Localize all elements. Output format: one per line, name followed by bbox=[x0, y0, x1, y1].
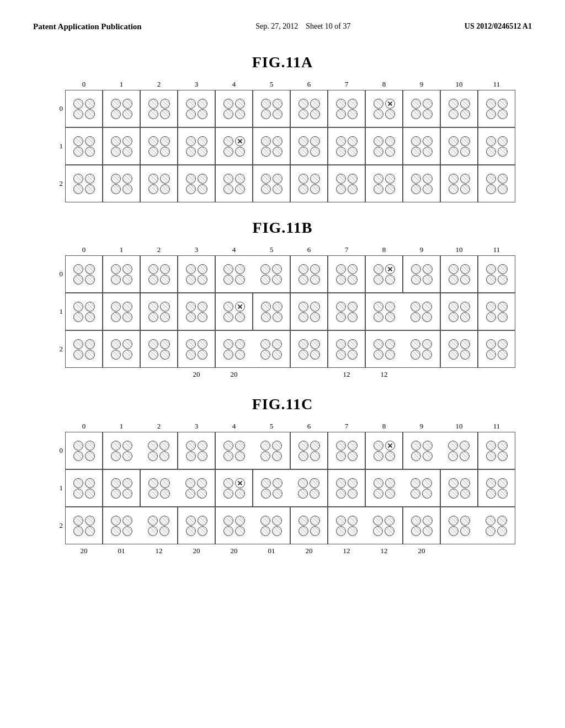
grid-cell bbox=[290, 90, 328, 127]
grid-cell bbox=[103, 90, 140, 127]
grid-cell bbox=[365, 469, 403, 507]
grid-cell bbox=[253, 127, 290, 165]
grid-cell bbox=[65, 330, 103, 368]
grid-cell bbox=[178, 507, 215, 544]
grid-cell bbox=[253, 255, 290, 293]
grid-cell bbox=[178, 293, 215, 330]
grid-cell bbox=[403, 165, 440, 202]
grid-cell bbox=[403, 432, 440, 469]
grid-cell bbox=[253, 469, 290, 507]
grid-cell bbox=[290, 507, 328, 544]
fig-11b-title: FIG.11B bbox=[253, 219, 313, 237]
page-header: Patent Application Publication Sep. 27, … bbox=[0, 0, 565, 42]
grid-cell bbox=[403, 469, 440, 507]
grid-cell bbox=[365, 127, 403, 165]
grid-cell bbox=[103, 255, 140, 293]
grid-cell bbox=[440, 127, 478, 165]
fig-11c-grid: 0123456789101101220011220200120121220 bbox=[50, 422, 515, 555]
grid-cell bbox=[65, 469, 103, 507]
grid-row: 2 bbox=[50, 330, 515, 368]
grid-cell bbox=[328, 330, 365, 368]
grid-row: 1 bbox=[50, 469, 515, 507]
grid-cell bbox=[403, 330, 440, 368]
grid-row: 1 bbox=[50, 127, 515, 165]
grid-cell bbox=[178, 432, 215, 469]
grid-cell bbox=[365, 255, 403, 293]
grid-cell bbox=[328, 90, 365, 127]
grid-cell bbox=[478, 293, 515, 330]
grid-cell bbox=[478, 469, 515, 507]
grid-cell bbox=[140, 469, 178, 507]
grid-cell bbox=[65, 255, 103, 293]
grid-cell bbox=[328, 469, 365, 507]
grid-cell bbox=[65, 432, 103, 469]
grid-cell bbox=[178, 165, 215, 202]
grid-cell bbox=[440, 293, 478, 330]
grid-cell bbox=[215, 507, 253, 544]
below-labels: 20201212 bbox=[50, 370, 515, 379]
grid-cell bbox=[65, 293, 103, 330]
grid-cell bbox=[328, 165, 365, 202]
grid-cell bbox=[478, 507, 515, 544]
grid-cell bbox=[478, 127, 515, 165]
grid-cell bbox=[215, 330, 253, 368]
grid-cell bbox=[365, 432, 403, 469]
grid-cell bbox=[215, 165, 253, 202]
grid-cell bbox=[140, 330, 178, 368]
grid-cell bbox=[403, 127, 440, 165]
fig-11c-section: FIG.11C 01234567891011012200112202001201… bbox=[33, 395, 532, 555]
grid-cell bbox=[478, 255, 515, 293]
grid-cell bbox=[178, 90, 215, 127]
col-labels: 01234567891011 bbox=[50, 422, 515, 431]
grid-cell bbox=[290, 330, 328, 368]
grid-cell bbox=[65, 507, 103, 544]
col-labels: 01234567891011 bbox=[50, 80, 515, 89]
grid-cell bbox=[290, 293, 328, 330]
grid-cell bbox=[140, 90, 178, 127]
grid-cell bbox=[215, 255, 253, 293]
grid-cell bbox=[215, 90, 253, 127]
grid-cell bbox=[103, 507, 140, 544]
grid-cell bbox=[215, 469, 253, 507]
grid-cell bbox=[290, 127, 328, 165]
grid-cell bbox=[65, 127, 103, 165]
grid-cell bbox=[440, 165, 478, 202]
header-center: Sep. 27, 2012 Sheet 10 of 37 bbox=[255, 22, 350, 31]
grid-cell bbox=[103, 469, 140, 507]
grid-cell bbox=[215, 293, 253, 330]
fig-11b-section: FIG.11B 0123456789101101220201212 bbox=[33, 219, 532, 379]
grid-cell bbox=[328, 507, 365, 544]
grid-cell bbox=[328, 255, 365, 293]
grid-cell bbox=[440, 90, 478, 127]
grid-cell bbox=[403, 90, 440, 127]
grid-cell bbox=[478, 432, 515, 469]
grid-cell bbox=[140, 432, 178, 469]
header-right: US 2012/0246512 A1 bbox=[465, 22, 532, 31]
grid-cell bbox=[328, 432, 365, 469]
grid-cell bbox=[253, 293, 290, 330]
grid-cell bbox=[290, 469, 328, 507]
grid-cell bbox=[215, 432, 253, 469]
grid-cell bbox=[403, 507, 440, 544]
grid-cell bbox=[290, 432, 328, 469]
header-left: Patent Application Publication bbox=[33, 22, 142, 31]
grid-cell bbox=[140, 293, 178, 330]
grid-cell bbox=[178, 469, 215, 507]
grid-cell bbox=[478, 330, 515, 368]
grid-cell bbox=[440, 507, 478, 544]
grid-cell bbox=[365, 90, 403, 127]
grid-cell bbox=[103, 293, 140, 330]
grid-cell bbox=[403, 293, 440, 330]
grid-cell bbox=[65, 90, 103, 127]
grid-cell bbox=[140, 255, 178, 293]
grid-cell bbox=[253, 90, 290, 127]
fig-11c-title: FIG.11C bbox=[252, 395, 313, 413]
grid-cell bbox=[253, 432, 290, 469]
grid-cell bbox=[440, 469, 478, 507]
grid-cell bbox=[140, 127, 178, 165]
grid-row: 2 bbox=[50, 165, 515, 202]
grid-cell bbox=[103, 330, 140, 368]
grid-cell bbox=[215, 127, 253, 165]
grid-cell bbox=[365, 330, 403, 368]
grid-cell bbox=[65, 165, 103, 202]
